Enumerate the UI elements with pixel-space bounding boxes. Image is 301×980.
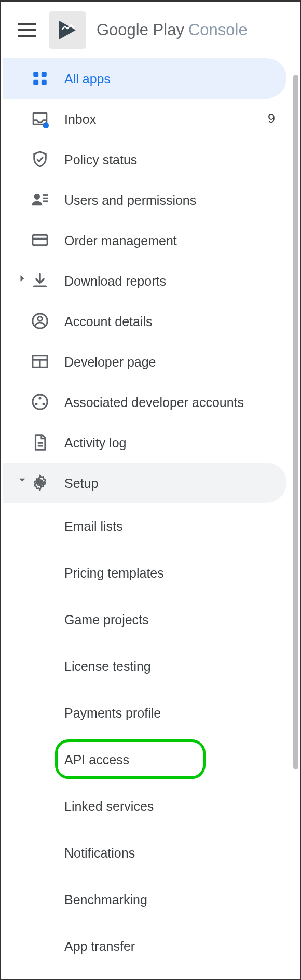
sub-label: License testing xyxy=(64,659,151,674)
download-icon xyxy=(30,271,50,290)
document-icon xyxy=(30,432,50,452)
nav-policy-status[interactable]: Policy status xyxy=(3,139,286,179)
nav-label: Order management xyxy=(64,232,279,250)
sub-email-lists[interactable]: Email lists xyxy=(3,503,286,550)
sub-label: Linked services xyxy=(64,799,154,814)
svg-rect-10 xyxy=(33,238,47,240)
web-page-icon xyxy=(30,352,50,371)
scrollbar[interactable] xyxy=(293,75,298,769)
nav-inbox[interactable]: Inbox 9 xyxy=(3,99,286,139)
svg-point-19 xyxy=(43,403,45,405)
brand-console-text: Console xyxy=(188,21,248,39)
nav-download-reports[interactable]: Download reports xyxy=(3,260,286,301)
inbox-icon xyxy=(30,109,50,129)
credit-card-icon xyxy=(30,230,50,250)
svg-point-22 xyxy=(38,481,43,485)
nav-label: Associated developer accounts xyxy=(64,394,279,412)
svg-point-18 xyxy=(35,403,37,405)
nav-account-details[interactable]: Account details xyxy=(3,301,286,341)
sub-benchmarking[interactable]: Benchmarking xyxy=(3,876,286,923)
svg-point-12 xyxy=(38,317,43,321)
expand-right-icon[interactable] xyxy=(17,275,28,282)
sub-api-access[interactable]: API access xyxy=(3,736,286,783)
nav-label: Setup xyxy=(64,475,279,493)
sub-license-testing[interactable]: License testing xyxy=(3,643,286,690)
gear-icon xyxy=(30,473,50,493)
svg-point-16 xyxy=(33,395,47,409)
sub-game-projects[interactable]: Game projects xyxy=(3,596,286,643)
sidebar-nav: All apps Inbox 9 Policy status xyxy=(1,58,300,970)
sub-linked-services[interactable]: Linked services xyxy=(3,783,286,830)
sub-label: Email lists xyxy=(64,519,123,534)
nav-label: Policy status xyxy=(64,151,279,169)
svg-point-5 xyxy=(34,194,40,200)
nav-associated-accounts[interactable]: Associated developer accounts xyxy=(3,382,286,422)
svg-rect-2 xyxy=(33,80,38,85)
nav-label: Download reports xyxy=(64,273,279,290)
shield-check-icon xyxy=(30,149,50,169)
account-circle-icon xyxy=(30,311,50,331)
nav-setup[interactable]: Setup xyxy=(3,463,286,503)
sub-label: Benchmarking xyxy=(64,892,147,907)
apps-grid-icon xyxy=(30,68,50,88)
svg-point-17 xyxy=(38,397,41,399)
sub-label: Notifications xyxy=(64,846,135,861)
svg-rect-1 xyxy=(42,72,47,77)
group-work-icon xyxy=(30,392,50,412)
nav-label: Users and permissions xyxy=(64,192,279,209)
sub-label: Pricing templates xyxy=(64,566,164,581)
nav-order-management[interactable]: Order management xyxy=(3,220,286,260)
users-icon xyxy=(30,190,50,209)
sub-label: Payments profile xyxy=(64,706,161,721)
nav-activity-log[interactable]: Activity log xyxy=(3,422,286,463)
brand-play-text: Google Play xyxy=(97,21,184,39)
setup-submenu: Email lists Pricing templates Game proje… xyxy=(3,503,300,970)
expand-down-icon[interactable] xyxy=(17,477,28,482)
sub-label: App transfer xyxy=(64,939,135,954)
nav-all-apps[interactable]: All apps xyxy=(3,58,286,99)
sub-payments-profile[interactable]: Payments profile xyxy=(3,690,286,736)
nav-label: Activity log xyxy=(64,435,279,452)
hamburger-menu-button[interactable] xyxy=(16,21,38,39)
nav-label: Inbox xyxy=(64,111,268,129)
inbox-badge: 9 xyxy=(268,111,275,126)
sub-label: API access xyxy=(64,752,129,767)
nav-developer-page[interactable]: Developer page xyxy=(3,341,286,382)
svg-rect-0 xyxy=(33,72,38,77)
svg-rect-3 xyxy=(42,80,47,85)
svg-point-4 xyxy=(43,122,49,128)
header-bar: Google Play Console xyxy=(1,2,300,58)
brand-title: Google Play Console xyxy=(97,21,248,39)
nav-label: Account details xyxy=(64,313,279,331)
sub-notifications[interactable]: Notifications xyxy=(3,830,286,876)
sub-label: Game projects xyxy=(64,612,149,627)
nav-label: Developer page xyxy=(64,354,279,371)
play-console-logo[interactable] xyxy=(49,11,86,49)
nav-users-permissions[interactable]: Users and permissions xyxy=(3,179,286,220)
sub-app-transfer[interactable]: App transfer xyxy=(3,923,286,970)
sub-pricing-templates[interactable]: Pricing templates xyxy=(3,550,286,596)
nav-label: All apps xyxy=(64,71,279,88)
